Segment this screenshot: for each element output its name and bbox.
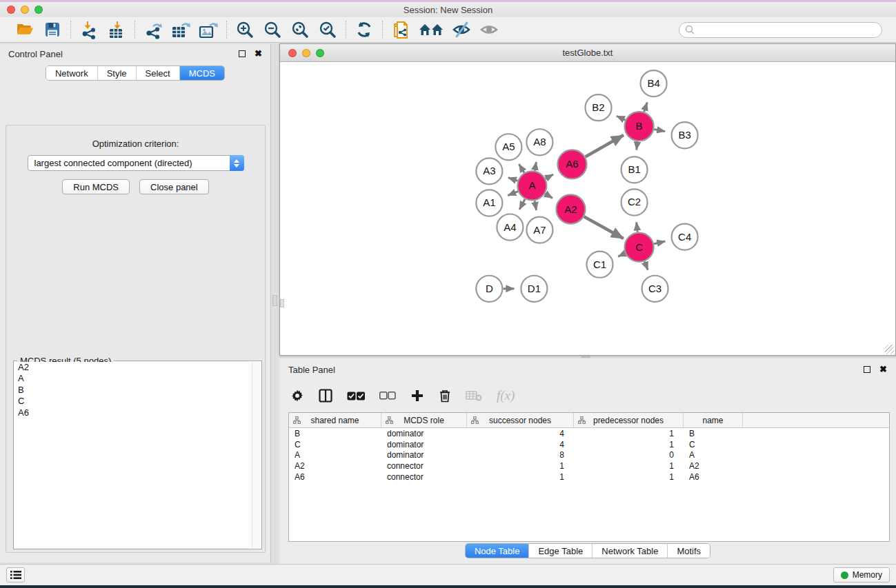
- graph-node-B[interactable]: B: [625, 112, 654, 141]
- zoom-in-button[interactable]: [235, 19, 255, 40]
- refresh-button[interactable]: [354, 19, 375, 40]
- zoom-selected-button[interactable]: [317, 19, 338, 40]
- table-row[interactable]: A2connector11A2: [289, 460, 889, 472]
- cell-MCDS-role[interactable]: dominator: [381, 450, 467, 460]
- graph-node-A3[interactable]: A3: [476, 158, 502, 184]
- network-search-field[interactable]: [679, 22, 882, 38]
- split-pane-handle[interactable]: [272, 295, 277, 306]
- cell-name[interactable]: A2: [684, 461, 743, 471]
- export-network-button[interactable]: [143, 19, 163, 40]
- table-row[interactable]: Bdominator41B: [289, 428, 889, 439]
- network-graph[interactable]: B4B2BB3A8A5A6B1A3AC2A1A2A4A7C4CC1C3DD1: [280, 62, 895, 355]
- edge-A-A4[interactable]: [519, 199, 525, 210]
- column-header-successor-nodes[interactable]: successor nodes: [467, 413, 574, 427]
- cell-successor-nodes[interactable]: 4: [467, 440, 574, 449]
- zoom-out-button[interactable]: [262, 19, 283, 40]
- tab-style[interactable]: Style: [97, 66, 136, 80]
- edge-A-A1[interactable]: [508, 192, 518, 196]
- graph-node-B3[interactable]: B3: [672, 122, 698, 148]
- column-header-name[interactable]: name: [684, 413, 743, 427]
- table-mode-gear-button[interactable]: [290, 389, 304, 403]
- graph-node-A4[interactable]: A4: [497, 214, 523, 241]
- tab-network-table[interactable]: Network Table: [592, 544, 667, 558]
- tab-motifs[interactable]: Motifs: [667, 544, 710, 558]
- first-neighbors-button[interactable]: [418, 19, 444, 40]
- graph-node-D1[interactable]: D1: [521, 276, 547, 302]
- cell-name[interactable]: A: [684, 450, 743, 460]
- table-row[interactable]: A6connector11A6: [289, 472, 889, 483]
- task-history-button[interactable]: [6, 567, 25, 582]
- export-image-button[interactable]: [198, 19, 219, 40]
- edge-A6-B[interactable]: [586, 135, 624, 156]
- edge-C-C2[interactable]: [637, 222, 638, 232]
- cell-successor-nodes[interactable]: 4: [467, 429, 574, 438]
- graph-node-C3[interactable]: C3: [642, 276, 668, 302]
- cell-name[interactable]: C: [684, 440, 743, 449]
- tab-network[interactable]: Network: [46, 66, 97, 80]
- graph-node-A1[interactable]: A1: [476, 190, 502, 216]
- cell-shared-name[interactable]: A2: [289, 461, 381, 471]
- column-header-shared-name[interactable]: shared name: [289, 413, 381, 427]
- edge-C-C3[interactable]: [644, 261, 648, 270]
- save-session-button[interactable]: [42, 19, 63, 40]
- close-panel-icon[interactable]: ✖: [255, 50, 262, 57]
- optimization-criterion-select[interactable]: largest connected component (directed): [28, 155, 244, 171]
- table-row[interactable]: Adominator80A: [289, 450, 889, 461]
- edge-A-A5[interactable]: [519, 164, 524, 172]
- graph-node-C[interactable]: C: [625, 233, 654, 262]
- edge-A-A3[interactable]: [508, 178, 518, 181]
- canvas-edge-grip[interactable]: [280, 299, 284, 307]
- memory-button[interactable]: Memory: [833, 567, 890, 582]
- window-resize-grip[interactable]: [885, 345, 895, 354]
- run-mcds-button[interactable]: Run MCDS: [62, 179, 130, 194]
- edge-B-B1[interactable]: [637, 141, 637, 150]
- node-table[interactable]: shared nameMCDS rolesuccessor nodesprede…: [288, 412, 890, 542]
- cell-name[interactable]: B: [684, 429, 743, 438]
- graph-node-B1[interactable]: B1: [621, 156, 648, 183]
- cell-predecessor-nodes[interactable]: 1: [574, 440, 684, 449]
- graph-node-C4[interactable]: C4: [672, 224, 698, 250]
- open-session-button[interactable]: [14, 19, 35, 40]
- mcds-result-item[interactable]: C: [14, 396, 251, 407]
- cell-shared-name[interactable]: A: [289, 450, 381, 460]
- edge-A-A8[interactable]: [535, 162, 536, 171]
- cell-predecessor-nodes[interactable]: 1: [574, 472, 684, 482]
- show-all-button[interactable]: [479, 19, 499, 40]
- cell-MCDS-role[interactable]: connector: [381, 461, 467, 471]
- import-table-button[interactable]: [106, 19, 127, 40]
- graph-node-A6[interactable]: A6: [557, 150, 586, 179]
- cell-shared-name[interactable]: C: [289, 440, 381, 449]
- cell-predecessor-nodes[interactable]: 0: [574, 450, 684, 460]
- network-canvas[interactable]: B4B2BB3A8A5A6B1A3AC2A1A2A4A7C4CC1C3DD1: [280, 62, 895, 355]
- mcds-result-item[interactable]: A2: [14, 362, 251, 373]
- cell-shared-name[interactable]: B: [289, 429, 381, 438]
- tab-mcds[interactable]: MCDS: [179, 66, 224, 80]
- cell-shared-name[interactable]: A6: [289, 472, 381, 482]
- hide-selected-button[interactable]: [451, 19, 472, 40]
- cell-predecessor-nodes[interactable]: 1: [574, 429, 684, 438]
- graph-node-C2[interactable]: C2: [621, 189, 648, 215]
- graph-node-A5[interactable]: A5: [495, 134, 521, 160]
- graph-node-A7[interactable]: A7: [526, 217, 552, 243]
- graph-node-A[interactable]: A: [517, 171, 546, 200]
- graph-node-C1[interactable]: C1: [586, 252, 613, 278]
- delete-table-button[interactable]: [466, 390, 482, 401]
- close-panel-button[interactable]: Close panel: [139, 179, 209, 194]
- graph-node-B2[interactable]: B2: [585, 94, 611, 121]
- edge-C-C4[interactable]: [654, 241, 665, 244]
- edge-B-B2[interactable]: [617, 116, 626, 120]
- cell-MCDS-role[interactable]: dominator: [381, 429, 467, 438]
- edge-A-A6[interactable]: [546, 174, 553, 179]
- tab-edge-table[interactable]: Edge Table: [528, 544, 592, 558]
- cell-name[interactable]: A6: [684, 472, 743, 482]
- mcds-result-item[interactable]: A: [14, 373, 251, 384]
- float-panel-icon[interactable]: [239, 50, 246, 57]
- graph-node-B4[interactable]: B4: [641, 70, 667, 97]
- export-table-button[interactable]: [170, 19, 191, 40]
- zoom-fit-button[interactable]: [290, 19, 310, 40]
- edge-A2-C[interactable]: [584, 216, 624, 239]
- edge-A-A2[interactable]: [545, 194, 552, 199]
- float-table-panel-icon[interactable]: [864, 366, 870, 373]
- cell-successor-nodes[interactable]: 8: [467, 450, 574, 460]
- tab-select[interactable]: Select: [136, 66, 179, 80]
